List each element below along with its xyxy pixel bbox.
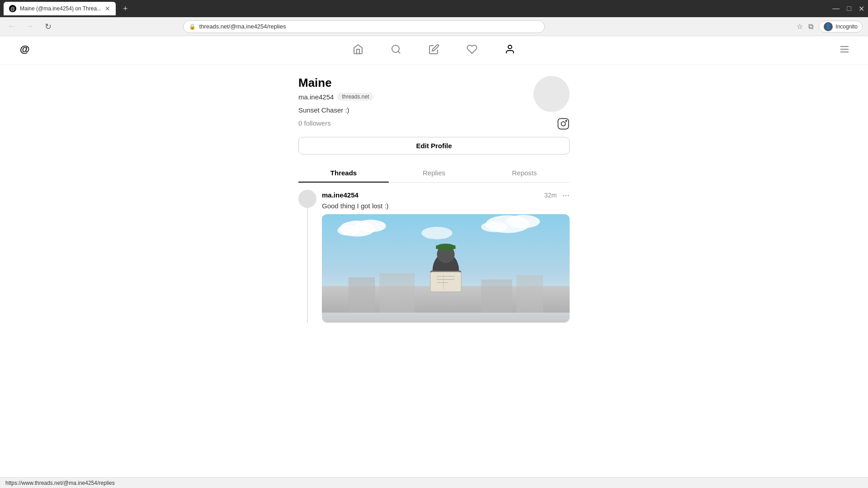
minimize-button[interactable]: — (832, 5, 840, 13)
tabs-row: Threads Replies Reposts (298, 164, 570, 183)
forward-button[interactable]: → (24, 22, 36, 31)
svg-point-3 (508, 45, 512, 49)
tab-favicon: @ (9, 5, 16, 12)
maximize-button[interactable]: □ (847, 5, 851, 13)
new-tab-button[interactable]: + (119, 4, 132, 14)
svg-point-1 (392, 45, 399, 52)
svg-rect-26 (436, 245, 455, 249)
post-avatar (298, 190, 316, 208)
profile-nav-icon[interactable] (505, 44, 515, 57)
search-nav-icon[interactable] (391, 44, 401, 57)
svg-text:@: @ (20, 43, 29, 55)
profile-info: Maine ma.ine4254 threads.net Sunset Chas… (298, 76, 533, 127)
svg-rect-20 (379, 273, 415, 313)
thread-line (307, 208, 308, 323)
profile-handle: ma.ine4254 (298, 93, 334, 101)
svg-rect-7 (558, 118, 568, 129)
incognito-icon: 👤 (824, 22, 833, 31)
post-more-button[interactable]: ··· (562, 190, 570, 200)
profile-section: Maine ma.ine4254 threads.net Sunset Chas… (289, 65, 579, 323)
svg-line-2 (398, 51, 400, 53)
instagram-button[interactable] (557, 117, 570, 133)
post-content: ma.ine4254 32m ··· Good thing I got lost… (322, 190, 570, 323)
address-bar[interactable]: 🔒 threads.net/@ma.ine4254/replies (183, 20, 545, 33)
tab-close-button[interactable]: ✕ (105, 5, 110, 12)
post-meta: 32m ··· (544, 190, 570, 200)
svg-point-17 (421, 227, 453, 239)
back-button[interactable]: ← (5, 22, 18, 31)
post-avatar-col (298, 190, 316, 323)
status-url: https://www.threads.net/@ma.ine4254/repl… (5, 480, 115, 486)
svg-point-8 (561, 122, 565, 126)
profile-name: Maine (298, 76, 533, 90)
edit-profile-button[interactable]: Edit Profile (298, 137, 570, 155)
svg-rect-19 (349, 277, 375, 313)
browser-chrome: @ Maine (@ma.ine4254) on Threa... ✕ + — … (0, 0, 868, 17)
app-content: @ Maine (0, 36, 868, 488)
hamburger-icon[interactable] (839, 44, 850, 57)
tab-title: Maine (@ma.ine4254) on Threa... (20, 5, 101, 12)
post-time: 32m (544, 192, 557, 199)
tab-replies[interactable]: Replies (389, 164, 479, 182)
window-controls: — □ ✕ (832, 5, 864, 13)
svg-rect-22 (517, 275, 543, 313)
profile-header: Maine ma.ine4254 threads.net Sunset Chas… (298, 76, 570, 133)
svg-rect-21 (481, 279, 512, 312)
threads-logo[interactable]: @ (18, 42, 33, 59)
svg-point-13 (337, 225, 359, 235)
address-text: threads.net/@ma.ine4254/replies (199, 23, 539, 30)
thread-post: ma.ine4254 32m ··· Good thing I got lost… (298, 183, 570, 323)
svg-point-12 (355, 220, 386, 232)
avatar (533, 76, 570, 112)
compose-nav-icon[interactable] (429, 44, 439, 57)
threads-badge: threads.net (337, 93, 373, 101)
lock-icon: 🔒 (189, 23, 196, 30)
svg-point-15 (506, 215, 540, 228)
incognito-label: Incognito (835, 23, 858, 30)
heart-nav-icon[interactable] (467, 44, 477, 57)
tab-threads[interactable]: Threads (298, 164, 389, 182)
home-nav-icon[interactable] (353, 44, 363, 57)
profile-bio: Sunset Chaser :) (298, 106, 533, 114)
post-image-figure (322, 214, 570, 323)
browser-tab[interactable]: @ Maine (@ma.ine4254) on Threa... ✕ (4, 2, 116, 15)
svg-point-9 (566, 120, 566, 121)
close-button[interactable]: ✕ (859, 5, 864, 13)
post-text: Good thing I got lost :) (322, 202, 570, 210)
svg-rect-28 (430, 272, 462, 292)
address-bar-row: ← → ↻ 🔒 threads.net/@ma.ine4254/replies … (0, 17, 868, 36)
nav-icons (353, 44, 515, 57)
reload-button[interactable]: ↻ (42, 22, 54, 32)
profile-handle-row: ma.ine4254 threads.net (298, 93, 533, 101)
incognito-badge: 👤 Incognito (819, 21, 863, 33)
tab-reposts[interactable]: Reposts (479, 164, 570, 182)
post-image (322, 214, 570, 323)
post-username: ma.ine4254 (322, 191, 359, 199)
status-bar: https://www.threads.net/@ma.ine4254/repl… (0, 477, 868, 488)
top-nav: @ (0, 36, 868, 65)
followers-count: 0 followers (298, 119, 533, 127)
chrome-lens-icon[interactable]: ⧉ (808, 23, 813, 31)
post-header: ma.ine4254 32m ··· (322, 190, 570, 200)
address-actions: ☆ ⧉ 👤 Incognito (797, 21, 863, 33)
svg-point-16 (481, 221, 508, 232)
bookmark-icon[interactable]: ☆ (797, 22, 803, 31)
